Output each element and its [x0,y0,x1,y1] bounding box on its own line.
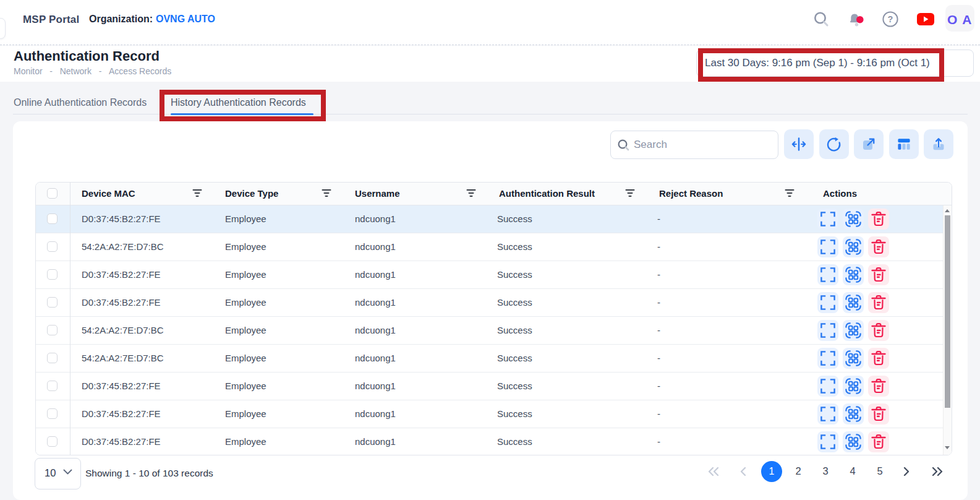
svg-text:?: ? [888,14,893,24]
